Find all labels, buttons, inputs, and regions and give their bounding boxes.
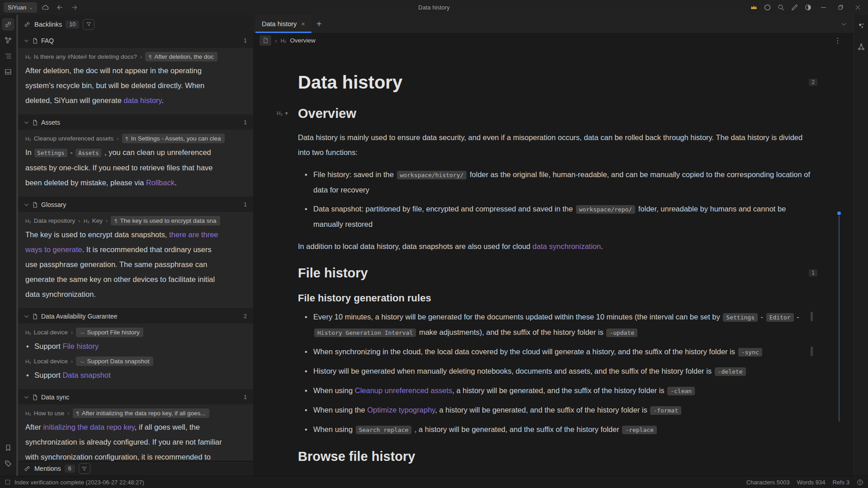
backlink-block-text[interactable]: After initializing the data repo key, if… bbox=[25, 420, 225, 461]
backlink-block-text[interactable]: Support Data snapshot bbox=[25, 368, 225, 383]
heading-h3[interactable]: File history generation rules bbox=[298, 292, 811, 304]
ref-link[interactable]: initializing the data repo key bbox=[43, 423, 134, 431]
backlink-breadcrumb[interactable]: H₂Is there any #Note# for deleting docs?… bbox=[25, 52, 253, 61]
list-item[interactable]: When using Cleanup unreferenced assets, … bbox=[298, 383, 811, 399]
tab-data-history[interactable]: Data history × bbox=[255, 15, 311, 33]
backlink-doc-header[interactable]: Data Availability Guarantee2 bbox=[18, 309, 253, 324]
paragraph-block[interactable]: In addition to local data history, data … bbox=[298, 239, 811, 254]
doc-more-icon[interactable]: ⋮ bbox=[834, 36, 842, 45]
backlink-breadcrumb[interactable]: H₂Cleanup unreferenced assets›¶In Settin… bbox=[25, 134, 253, 143]
list-item[interactable]: Every 10 minutes, a history will be gene… bbox=[298, 310, 811, 340]
tab-list-chevron-button[interactable] bbox=[840, 15, 847, 33]
breadcrumb-item[interactable]: H₃Key bbox=[84, 217, 103, 224]
ref-link[interactable]: Rollback bbox=[146, 178, 175, 187]
backlink-breadcrumb[interactable]: H₂Local device›·–Support Data snapshot bbox=[25, 357, 253, 366]
marketplace-button[interactable] bbox=[761, 2, 773, 13]
forward-button[interactable] bbox=[69, 2, 80, 13]
paragraph-block[interactable]: Data history is mainly used to ensure da… bbox=[298, 130, 811, 160]
ref-link[interactable]: File history bbox=[62, 342, 99, 350]
ref-link[interactable]: Optimize typography bbox=[367, 406, 435, 414]
breadcrumb-item[interactable]: H₂How to use bbox=[25, 410, 64, 417]
edit-mode-button[interactable] bbox=[788, 2, 800, 13]
scroll-thumb-dot[interactable] bbox=[837, 211, 841, 215]
close-button[interactable] bbox=[850, 2, 865, 14]
backlinks-dock-icon[interactable] bbox=[2, 18, 14, 31]
backlink-doc-header[interactable]: FAQ1 bbox=[18, 33, 253, 48]
editor-scroll-indicator[interactable] bbox=[837, 211, 841, 422]
breadcrumb-item[interactable]: H₂Data repository bbox=[25, 217, 75, 224]
heading-h2[interactable]: H₂▼Overview bbox=[298, 106, 811, 121]
inline-code: -clean bbox=[667, 387, 695, 395]
mentions-header[interactable]: Mentions 6 bbox=[18, 461, 253, 476]
tab-close-icon[interactable]: × bbox=[301, 20, 305, 28]
back-button[interactable] bbox=[54, 2, 66, 13]
heading-h1[interactable]: Data history2 bbox=[298, 72, 811, 93]
backlink-block-text[interactable]: Support File history bbox=[25, 339, 225, 354]
backlink-block-text[interactable]: After deletion, the doc will not appear … bbox=[25, 63, 225, 108]
search-button[interactable] bbox=[775, 2, 787, 13]
backlink-icon bbox=[24, 21, 31, 28]
chevron-down-icon[interactable] bbox=[24, 120, 29, 125]
breadcrumb-heading[interactable]: Overview bbox=[290, 37, 315, 44]
backlinks-filter-button[interactable] bbox=[83, 19, 94, 30]
chevron-down-icon[interactable] bbox=[24, 38, 29, 43]
backlink-breadcrumb[interactable]: H₂How to use›¶After initializing the dat… bbox=[25, 408, 253, 418]
breadcrumb-item[interactable]: H₂Cleanup unreferenced assets bbox=[25, 135, 113, 142]
chevron-down-icon[interactable] bbox=[24, 202, 29, 207]
backlink-block-text[interactable]: The key is used to encrypt data snapshot… bbox=[25, 227, 225, 302]
bookmark-dock-icon[interactable] bbox=[2, 441, 14, 454]
breadcrumb-item[interactable]: ·–Support File history bbox=[76, 328, 143, 337]
breadcrumb-item[interactable]: ¶After initializing the data repo key, i… bbox=[73, 408, 209, 418]
document-icon[interactable] bbox=[259, 35, 271, 46]
breadcrumb-item[interactable]: H₂Is there any #Note# for deleting docs? bbox=[25, 53, 137, 60]
backlink-breadcrumb[interactable]: H₂Data repository›H₃Key›¶The key is used… bbox=[25, 216, 253, 225]
list-item[interactable]: History will be generated when manually … bbox=[298, 364, 811, 379]
ref-link[interactable]: data synchronization bbox=[533, 242, 601, 250]
backlink-doc-header[interactable]: Data sync1 bbox=[18, 390, 253, 404]
editor-surface[interactable]: Data history2H₂▼OverviewData history is … bbox=[253, 48, 854, 476]
ref-link[interactable]: Data snapshot bbox=[62, 371, 110, 379]
list-item[interactable]: Data snapshot: partitioned by file, encr… bbox=[298, 202, 811, 232]
global-graph-dock-icon[interactable] bbox=[855, 41, 868, 53]
collapse-caret-icon[interactable]: ▼ bbox=[284, 111, 288, 116]
inbox-dock-icon[interactable] bbox=[2, 66, 14, 78]
breadcrumb-item[interactable]: H₂Local device bbox=[25, 358, 68, 365]
breadcrumb-item[interactable]: ¶In Settings - Assets, you can clea bbox=[122, 134, 225, 143]
ref-link[interactable]: data history bbox=[123, 96, 161, 104]
app-menu-button[interactable]: SiYuan ⌄ bbox=[4, 2, 37, 13]
tag-dock-icon[interactable] bbox=[2, 457, 14, 470]
restore-button[interactable] bbox=[833, 2, 848, 14]
sync-cloud-button[interactable] bbox=[40, 2, 52, 13]
breadcrumb-item[interactable]: ·–Support Data snapshot bbox=[76, 357, 153, 366]
backlink-block-text[interactable]: In Settings - Assets , you can clean up … bbox=[25, 145, 225, 190]
ref-link[interactable]: Cleanup unreferenced assets bbox=[355, 386, 453, 394]
new-tab-button[interactable]: + bbox=[311, 15, 327, 33]
graph-dock-icon[interactable] bbox=[2, 34, 14, 47]
help-icon[interactable] bbox=[857, 479, 863, 486]
breadcrumb-item[interactable]: H₂Local device bbox=[25, 329, 68, 336]
minimize-button[interactable] bbox=[816, 2, 831, 14]
list-item[interactable]: When synchronizing in the cloud, the loc… bbox=[298, 344, 811, 360]
mentions-filter-button[interactable] bbox=[79, 463, 90, 474]
membership-crown-button[interactable] bbox=[748, 2, 760, 13]
list-item[interactable]: File history: saved in the workspace/his… bbox=[298, 167, 811, 197]
outline-dock-icon[interactable] bbox=[2, 50, 14, 62]
ref-count-badge[interactable]: 2 bbox=[809, 79, 817, 86]
graph-view-dock-icon[interactable] bbox=[855, 19, 868, 32]
chevron-down-icon[interactable] bbox=[24, 314, 29, 319]
backlink-breadcrumb[interactable]: H₂Local device›·–Support File history bbox=[25, 328, 253, 337]
backlink-doc-header[interactable]: Assets1 bbox=[18, 115, 253, 130]
breadcrumb-item[interactable]: ¶After deletion, the doc bbox=[145, 52, 217, 61]
heading-h2[interactable]: File history1 bbox=[298, 266, 811, 281]
inline-code: -update bbox=[606, 328, 637, 337]
breadcrumb-item[interactable]: ¶The key is used to encrypt data sna bbox=[111, 216, 220, 225]
list-item[interactable]: When using Search replace , a history wi… bbox=[298, 422, 811, 437]
list-item[interactable]: When using the Optimize typography, a hi… bbox=[298, 403, 811, 418]
backlink-doc-header[interactable]: Glossary1 bbox=[18, 197, 253, 212]
heading-h2[interactable]: Browse file history bbox=[298, 449, 811, 464]
breadcrumb-separator-icon: › bbox=[71, 358, 73, 365]
ref-count-badge[interactable]: 1 bbox=[809, 269, 817, 277]
theme-mode-button[interactable] bbox=[802, 2, 814, 13]
heading-gutter-toggle[interactable]: H₂▼ bbox=[277, 110, 288, 117]
chevron-down-icon[interactable] bbox=[24, 395, 29, 400]
